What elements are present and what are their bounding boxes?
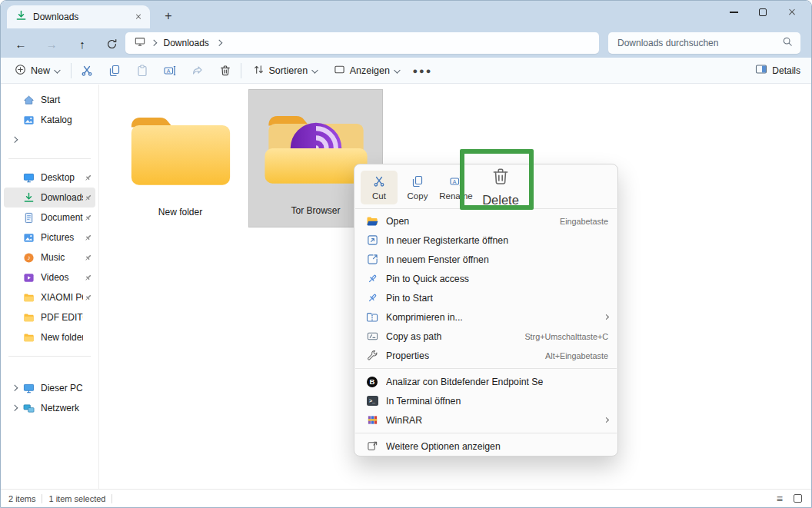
sidebar-item-katalog[interactable]: Katalog xyxy=(4,110,95,130)
breadcrumb-chevron-icon xyxy=(151,40,157,46)
minimize-button[interactable] xyxy=(719,1,748,24)
new-button[interactable]: New xyxy=(8,60,65,81)
new-plus-circle-icon xyxy=(15,64,26,78)
menu-item-open[interactable]: Open Eingabetaste xyxy=(354,211,617,231)
sort-arrows-icon xyxy=(253,64,265,78)
copy-icon xyxy=(411,175,424,189)
menu-divider xyxy=(355,368,617,369)
list-view-icon[interactable]: ≡ xyxy=(777,493,783,504)
music-icon: ♪ xyxy=(22,252,35,264)
tab-title: Downloads xyxy=(33,12,133,22)
sidebar-item-xiaomi-poco-f[interactable]: XIAOMI POCO F xyxy=(4,287,95,307)
file-name-label: New folder xyxy=(158,207,202,217)
menu-item-show-more-options[interactable]: Weitere Optionen anzeigen xyxy=(354,437,617,456)
sort-button[interactable]: Sortieren xyxy=(247,60,323,81)
scissors-icon xyxy=(373,175,385,189)
tab-close-icon[interactable] xyxy=(134,12,142,21)
copy-button[interactable] xyxy=(105,61,125,81)
file-tile-new-folder[interactable]: New folder xyxy=(113,90,248,228)
open-folder-icon xyxy=(365,215,379,227)
refresh-button[interactable] xyxy=(101,34,122,54)
sidebar-item-desktop[interactable]: Desktop xyxy=(4,168,95,188)
toolbar-divider xyxy=(71,63,72,78)
svg-text:A: A xyxy=(453,178,457,184)
menu-item-open-new-tab[interactable]: In neuer Registerkarte öffnen xyxy=(354,231,617,250)
menu-item-copy-as-path[interactable]: Copy as path Strg+Umschalttaste+C xyxy=(354,327,617,346)
rename-button[interactable]: A xyxy=(160,61,180,81)
submenu-chevron-icon xyxy=(604,314,609,320)
gallery-icon xyxy=(22,115,35,126)
magnifier-icon[interactable] xyxy=(782,36,793,50)
folder-large-icon xyxy=(124,104,238,199)
chevron-down-icon xyxy=(312,67,318,73)
chevron-right-icon[interactable] xyxy=(12,385,18,391)
address-bar[interactable]: Downloads xyxy=(125,32,599,54)
delete-button[interactable] xyxy=(215,61,235,81)
sidebar-item-downloads[interactable]: Downloads xyxy=(4,188,95,208)
svg-text:A: A xyxy=(166,68,170,73)
status-divider xyxy=(111,494,112,503)
paste-icon-disabled[interactable] xyxy=(132,61,152,81)
sidebar-item-start[interactable]: Start xyxy=(4,90,95,110)
chevron-down-icon xyxy=(55,67,61,73)
details-button-label: Details xyxy=(772,65,800,76)
share-icon-disabled[interactable] xyxy=(188,61,208,81)
network-icon xyxy=(22,403,35,414)
status-bar: 2 items 1 item selected ≡ xyxy=(1,489,811,507)
menu-item-compress[interactable]: Komprimieren in... xyxy=(354,307,617,327)
menu-item-bitdefender-scan[interactable]: B Analizar con Bitdefender Endpoint Se xyxy=(354,372,617,391)
menu-item-properties[interactable]: Properties Alt+Eingabetaste xyxy=(354,346,617,365)
file-name-label: Tor Browser xyxy=(291,205,340,216)
rename-command[interactable]: A Rename xyxy=(438,171,474,204)
tab-downloads[interactable]: Downloads xyxy=(7,5,150,28)
thumbnail-view-icon[interactable] xyxy=(794,494,802,503)
file-explorer-window: Downloads + ← → ↑ Downloads xyxy=(0,0,812,508)
menu-item-pin-quick-access[interactable]: Pin to Quick access xyxy=(354,269,617,288)
sidebar-item-new-folder[interactable]: New folder xyxy=(4,327,95,347)
back-button[interactable]: ← xyxy=(10,34,32,54)
status-divider xyxy=(42,494,42,503)
sidebar-collapsed-tree-item[interactable] xyxy=(4,130,95,150)
search-input[interactable] xyxy=(617,38,782,48)
pin-icon xyxy=(83,254,92,262)
details-pane-icon xyxy=(755,63,767,78)
close-button[interactable] xyxy=(777,1,807,24)
maximize-icon xyxy=(759,8,767,16)
menu-item-winrar[interactable]: WinRAR xyxy=(354,410,617,430)
new-tab-button[interactable]: + xyxy=(158,7,178,25)
sidebar-item-netzwerk[interactable]: Netzwerk xyxy=(4,398,95,418)
menu-item-pin-start[interactable]: Pin to Start xyxy=(354,288,617,307)
breadcrumb-downloads[interactable]: Downloads xyxy=(164,38,209,48)
sidebar-item-dieser-pc[interactable]: Dieser PC xyxy=(4,378,95,398)
sidebar-item-videos[interactable]: Videos xyxy=(4,267,95,287)
up-button[interactable]: ↑ xyxy=(72,34,93,54)
details-pane-button[interactable]: Details xyxy=(755,63,800,78)
forward-button[interactable]: → xyxy=(41,34,62,54)
delete-command[interactable]: Delete xyxy=(476,161,525,209)
more-toolbar-options-icon[interactable]: ●●● xyxy=(404,66,440,75)
view-button[interactable]: Anzeigen xyxy=(328,60,405,81)
rename-icon: A xyxy=(450,175,462,189)
trash-icon xyxy=(491,167,511,190)
open-new-window-icon xyxy=(365,254,379,265)
copy-command[interactable]: Copy xyxy=(399,171,436,204)
download-icon xyxy=(15,10,27,25)
this-pc-monitor-icon[interactable] xyxy=(135,36,145,50)
navigation-sidebar: Start Katalog Desktop xyxy=(1,85,99,489)
breadcrumb-chevron-icon[interactable] xyxy=(216,40,222,46)
search-box[interactable] xyxy=(608,32,800,54)
sidebar-item-pictures[interactable]: Pictures xyxy=(4,227,95,247)
maximize-button[interactable] xyxy=(748,1,777,24)
svg-text:♪: ♪ xyxy=(27,254,30,261)
sidebar-item-pdf-editor[interactable]: PDF EDITOR xyxy=(4,307,95,327)
command-toolbar: New A Sortieren xyxy=(1,58,811,84)
cut-command[interactable]: Cut xyxy=(361,171,398,204)
menu-item-open-new-window[interactable]: In neuem Fenster öffnen xyxy=(354,250,617,269)
pin-icon xyxy=(83,214,92,222)
cut-button[interactable] xyxy=(77,61,97,81)
menu-item-open-in-terminal[interactable]: >_ In Terminal öffnen xyxy=(354,391,617,410)
pin-icon xyxy=(83,274,92,282)
sidebar-item-music[interactable]: ♪ Music xyxy=(4,247,95,267)
sidebar-item-documents[interactable]: Documents xyxy=(4,208,95,227)
chevron-right-icon[interactable] xyxy=(12,405,18,411)
